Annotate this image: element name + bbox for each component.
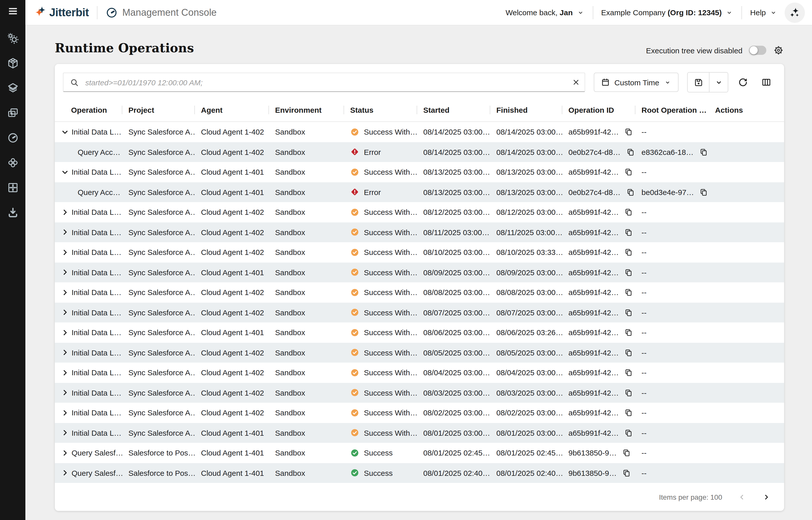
expand-row-icon[interactable] (60, 328, 70, 338)
copy-operation-id-icon[interactable] (624, 288, 633, 297)
copy-operation-id-icon[interactable] (622, 469, 631, 477)
column-header-project[interactable]: Project (122, 106, 195, 114)
finished-cell: 08/10/2025 03:33… (490, 248, 562, 257)
user-menu[interactable]: Welcome back, Jan (505, 8, 584, 17)
help-menu[interactable]: Help (750, 8, 778, 17)
copy-operation-id-icon[interactable] (624, 128, 633, 136)
copy-operation-id-icon[interactable] (624, 348, 633, 357)
environment-cell: Sandbox (269, 128, 344, 136)
table-row[interactable]: Query Acc…Sync Salesforce A…Cloud Agent … (55, 142, 784, 162)
sidebar-item-gauge[interactable] (0, 125, 25, 150)
sidebar-item-gears[interactable] (0, 26, 25, 51)
sidebar-item-layers[interactable] (0, 76, 25, 101)
table-row[interactable]: Query Salesf…Salesforce to Pos…Cloud Age… (55, 463, 784, 483)
column-header-operation-id[interactable]: Operation ID (562, 106, 635, 114)
settings-gear-icon[interactable] (773, 45, 784, 56)
table-row[interactable]: Initial Data L…Sync Salesforce A…Cloud A… (55, 303, 784, 322)
refresh-button[interactable] (733, 73, 753, 92)
previous-page-button[interactable] (733, 488, 751, 505)
column-header-agent[interactable]: Agent (195, 106, 269, 114)
table-row[interactable]: Initial Data L…Sync Salesforce A…Cloud A… (55, 122, 784, 142)
status-label: Success With… (364, 348, 417, 357)
table-row[interactable]: Initial Data L…Sync Salesforce A…Cloud A… (55, 262, 784, 282)
search-input[interactable] (84, 77, 567, 87)
table-row[interactable]: Initial Data L…Sync Salesforce A…Cloud A… (55, 222, 784, 242)
expand-row-icon[interactable] (60, 287, 70, 297)
copy-operation-id-icon[interactable] (624, 368, 633, 377)
column-header-finished[interactable]: Finished (490, 106, 562, 114)
clear-search-button[interactable] (567, 74, 584, 91)
copy-root-operation-icon[interactable] (700, 188, 708, 197)
finished-cell: 08/09/2025 03:00… (490, 268, 562, 277)
copy-operation-id-icon[interactable] (624, 409, 633, 417)
table-row[interactable]: Initial Data L…Sync Salesforce A…Cloud A… (55, 162, 784, 182)
hamburger-menu-button[interactable] (0, 0, 25, 22)
table-row[interactable]: Initial Data L…Sync Salesforce A…Cloud A… (55, 242, 784, 262)
table-row[interactable]: Initial Data L…Sync Salesforce A…Cloud A… (55, 342, 784, 363)
expand-row-icon[interactable] (60, 347, 70, 358)
copy-operation-id-icon[interactable] (622, 449, 631, 457)
column-header-started[interactable]: Started (417, 106, 490, 114)
column-header-environment[interactable]: Environment (269, 106, 344, 114)
copy-operation-id-icon[interactable] (624, 268, 633, 277)
column-header-root-operation[interactable]: Root Operation … (635, 106, 709, 114)
next-page-button[interactable] (758, 488, 775, 505)
operation-id-cell: 9b613850-9… (562, 449, 635, 457)
expand-row-icon[interactable] (60, 428, 70, 438)
expand-row-icon[interactable] (60, 368, 70, 378)
column-header-status[interactable]: Status (344, 106, 417, 114)
operation-cell: Initial Data L… (55, 127, 122, 137)
sidebar-item-puzzle[interactable] (0, 175, 25, 200)
collapse-row-icon[interactable] (60, 127, 70, 137)
expand-row-icon[interactable] (60, 408, 70, 418)
status-label: Success With… (364, 409, 417, 417)
operation-cell: Initial Data L… (55, 267, 122, 278)
copy-operation-id-icon[interactable] (624, 328, 633, 337)
collapse-row-icon[interactable] (60, 167, 70, 177)
expand-row-icon[interactable] (60, 308, 70, 318)
sidebar-item-add-window[interactable] (0, 101, 25, 125)
table-row[interactable]: Initial Data L…Sync Salesforce A…Cloud A… (55, 202, 784, 222)
ai-assistant-button[interactable] (785, 2, 805, 23)
table-row[interactable]: Initial Data L…Sync Salesforce A…Cloud A… (55, 383, 784, 403)
table-row[interactable]: Query Acc…Sync Salesforce A…Cloud Agent … (55, 182, 784, 202)
table-row[interactable]: Initial Data L…Sync Salesforce A…Cloud A… (55, 363, 784, 383)
table-row[interactable]: Initial Data L…Sync Salesforce A…Cloud A… (55, 423, 784, 443)
org-menu[interactable]: Example Company (Org ID: 12345) (601, 8, 733, 17)
execution-tree-toggle[interactable] (749, 46, 766, 55)
copy-operation-id-icon[interactable] (624, 208, 633, 216)
copy-operation-id-icon[interactable] (626, 188, 635, 197)
copy-operation-id-icon[interactable] (624, 388, 633, 397)
expand-row-icon[interactable] (60, 388, 70, 398)
copy-operation-id-icon[interactable] (624, 228, 633, 237)
expand-row-icon[interactable] (60, 247, 70, 257)
operation-id-value: a65b991f-42… (568, 308, 619, 317)
expand-row-icon[interactable] (60, 448, 70, 458)
sidebar-item-cube[interactable] (0, 51, 25, 76)
copy-operation-id-icon[interactable] (624, 168, 633, 177)
copy-operation-id-icon[interactable] (624, 428, 633, 437)
columns-button[interactable] (757, 73, 776, 92)
table-row[interactable]: Initial Data L…Sync Salesforce A…Cloud A… (55, 403, 784, 423)
expand-row-icon[interactable] (60, 267, 70, 278)
operation-id-value: 0e0b27c4-d8… (568, 188, 620, 197)
column-header-actions[interactable]: Actions (709, 106, 784, 114)
table-row[interactable]: Initial Data L…Sync Salesforce A…Cloud A… (55, 322, 784, 342)
expand-row-icon[interactable] (60, 227, 70, 237)
jitterbit-logo[interactable]: Jitterbit (33, 6, 89, 19)
save-view-button[interactable] (688, 73, 709, 92)
table-row[interactable]: Query Salesf…Salesforce to Pos…Cloud Age… (55, 443, 784, 463)
sidebar-item-download[interactable] (0, 200, 25, 225)
save-view-menu-button[interactable] (709, 73, 728, 92)
column-header-operation[interactable]: Operation (55, 106, 122, 114)
table-row[interactable]: Initial Data L…Sync Salesforce A…Cloud A… (55, 282, 784, 303)
expand-row-icon[interactable] (60, 207, 70, 217)
custom-time-button[interactable]: Custom Time (593, 73, 678, 92)
copy-operation-id-icon[interactable] (626, 148, 635, 156)
copy-operation-id-icon[interactable] (624, 248, 633, 257)
copy-operation-id-icon[interactable] (624, 308, 633, 317)
copy-root-operation-icon[interactable] (699, 148, 708, 156)
sidebar-item-clover[interactable] (0, 150, 25, 175)
finished-cell: 08/11/2025 03:00… (490, 228, 562, 237)
expand-row-icon[interactable] (60, 468, 70, 478)
